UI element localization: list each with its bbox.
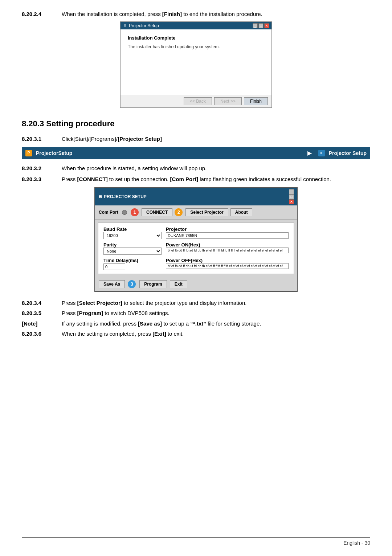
dialog-title-text: 🖥 Projector Setup (123, 23, 159, 28)
text-post: to exit. (166, 331, 184, 337)
step-number: 8.20.2.4 (22, 11, 62, 17)
power-on-label: Power ON(Hex) (166, 242, 289, 248)
exit-button[interactable]: Exit (170, 280, 187, 288)
about-button[interactable]: About (230, 208, 253, 216)
projector-setup-dialog: 🖥 PROJECTOR SETUP _ □ ✕ Com Port 1 CONNE… (94, 187, 298, 292)
dialog-title-label: Projector Setup (129, 23, 159, 28)
power-off-section: Power OFF(Hex) bf ef fb dd ff db 5f fd b… (166, 258, 289, 270)
dialog-title-icon-area: 🖥 PROJECTOR SETUP (98, 194, 147, 199)
bold1: [CONNECT] (77, 176, 108, 182)
menubar-left-title: ProjectorSetup (36, 150, 72, 156)
text-pre: Press (62, 300, 77, 306)
select-projector-button[interactable]: Select Projector (185, 208, 228, 216)
window-controls: _ □ ✕ (253, 23, 269, 28)
install-complete-dialog: 🖥 Projector Setup _ □ ✕ Installation Com… (120, 21, 272, 108)
install-complete-message: The installer has finished updating your… (128, 44, 264, 49)
com-port-indicator (122, 210, 127, 215)
projector-dialog-titlebar: 🖥 PROJECTOR SETUP _ □ ✕ (95, 188, 297, 205)
time-delay-label: Time Delay(ms) (103, 258, 162, 263)
com-port-label: Com Port (99, 210, 118, 215)
next-button[interactable]: Next >> (214, 97, 242, 105)
finish-button[interactable]: Finish (244, 97, 268, 105)
baud-rate-select[interactable]: 19200 (103, 232, 162, 239)
step-text: When the installation is completed, pres… (62, 11, 370, 17)
dialog-icon: 🖥 (123, 23, 127, 28)
time-delay-input[interactable] (103, 263, 125, 270)
note-bold: [Save as] (138, 320, 162, 327)
install-complete-title: Installation Complete (128, 35, 264, 41)
dialog-content: Installation Complete The installer has … (121, 29, 271, 95)
step-number: 8.20.3.4 (22, 299, 62, 307)
projector-setup-menubar: P ProjectorSetup ▶ 🖥 Projector Setup (22, 147, 370, 159)
bold: [Exit] (152, 331, 166, 337)
step-text: When the setting is completed, press [Ex… (62, 330, 370, 338)
save-as-button[interactable]: Save As (99, 280, 125, 288)
power-off-label: Power OFF(Hex) (166, 258, 289, 263)
bold: [Program] (77, 310, 103, 316)
baud-rate-label: Baud Rate (103, 226, 162, 232)
minimize-btn[interactable]: _ (253, 23, 258, 28)
note-bold2: “*.txt” (190, 320, 206, 327)
step-8-20-3-4: 8.20.3.4 Press [Select Projector] to sel… (22, 299, 370, 307)
bold: [Select Projector] (77, 300, 122, 306)
form-grid: Baud Rate 19200 Projector Parity None Po… (103, 226, 289, 270)
step-8-20-3-3: 8.20.3.3 Press [CONNECT] to set up the c… (22, 175, 370, 184)
minimize-btn[interactable]: _ (289, 189, 294, 194)
projector-footer: Save As 3 Program Exit (95, 277, 297, 291)
page-footer: English - 30 (22, 537, 370, 546)
note-label: [Note] (22, 320, 62, 328)
program-button[interactable]: Program (139, 280, 167, 288)
note-post: file for setting storage. (206, 320, 261, 327)
close-btn[interactable]: ✕ (289, 199, 294, 204)
dialog-title-bar: 🖥 Projector Setup _ □ ✕ (121, 22, 271, 29)
back-button[interactable]: << Back (184, 97, 212, 105)
step-8-20-3-2: 8.20.3.2 When the procedure is started, … (22, 164, 370, 173)
note-mid: to set up a (162, 320, 190, 327)
badge-3: 3 (128, 280, 136, 288)
step-8-20-2-4: 8.20.2.4 When the installation is comple… (22, 11, 370, 17)
step-text-bold: [Projector Setup] (118, 136, 162, 142)
projector-toolbar: Com Port 1 CONNECT 2 Select Projector Ab… (95, 205, 297, 220)
maximize-btn[interactable]: □ (258, 23, 264, 28)
parity-select[interactable]: None (103, 248, 162, 255)
baud-rate-section: Baud Rate 19200 (103, 226, 162, 239)
step-text: Click[Start]/[Programs]/[Projector Setup… (62, 135, 370, 143)
step-text: Press [CONNECT] to set up the connection… (62, 175, 370, 184)
menubar-right-title: Projector Setup (329, 150, 367, 156)
step-text-bold: [Finish] (162, 11, 182, 17)
text-pre: Press (62, 310, 77, 316)
window-controls: _ □ ✕ (289, 189, 294, 204)
text-mid: to set up the connection. (108, 176, 170, 182)
text-post: lamp flashing green indicates a successf… (198, 176, 331, 182)
parity-section: Parity None (103, 242, 162, 255)
close-btn[interactable]: ✕ (264, 23, 269, 28)
projector-label: Projector (166, 226, 289, 232)
maximize-btn[interactable]: □ (289, 194, 294, 199)
bold2: [Com Port] (170, 176, 198, 182)
step-text: Press [Program] to switch DVP508 setting… (62, 309, 370, 318)
badge-2: 2 (175, 208, 183, 216)
dialog-title-label: PROJECTOR SETUP (104, 194, 147, 199)
step-number: 8.20.3.2 (22, 164, 62, 173)
projector-section: Projector (166, 226, 289, 239)
projector-input[interactable] (166, 232, 289, 239)
step-text-post: to end the installation procedure. (182, 11, 262, 17)
menu-arrow-icon: ▶ (307, 150, 312, 156)
step-number: 8.20.3.3 (22, 175, 62, 184)
step-text-main: Click[Start]/[Programs]/ (62, 136, 118, 142)
power-on-section: Power ON(Hex) bf ef fb dd ff fb ad fd bb… (166, 242, 289, 255)
step-number: 8.20.3.5 (22, 309, 62, 318)
badge-1: 1 (131, 208, 139, 216)
step-text: When the procedure is started, a setting… (62, 164, 370, 173)
page-footer-text: English - 30 (343, 540, 370, 546)
text-pre: When the setting is completed, press (62, 331, 152, 337)
step-8-20-3-1: 8.20.3.1 Click[Start]/[Programs]/[Projec… (22, 135, 370, 143)
time-delay-section: Time Delay(ms) (103, 258, 162, 270)
step-number: 8.20.3.1 (22, 135, 62, 143)
menubar-left: P ProjectorSetup (22, 150, 305, 156)
bottom-steps: 8.20.3.4 Press [Select Projector] to sel… (22, 299, 370, 338)
section-heading: 8.20.3 Setting procedure (22, 119, 370, 128)
projector-body: Baud Rate 19200 Projector Parity None Po… (98, 222, 294, 274)
connect-button[interactable]: CONNECT (142, 208, 172, 216)
text-post: to switch DVP508 settings. (103, 310, 170, 316)
